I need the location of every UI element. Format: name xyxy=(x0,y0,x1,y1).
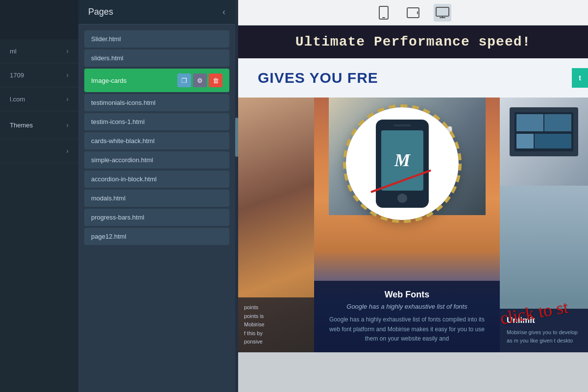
cards-row: points points is Mobirise f this by pons… xyxy=(238,98,588,352)
page-item-slider[interactable]: Slider.html xyxy=(84,30,229,48)
left-card: points points is Mobirise f this by pons… xyxy=(238,98,314,352)
toolbar xyxy=(238,0,588,25)
sidebar-item-3[interactable]: l.com › xyxy=(0,87,78,111)
center-card-overlay: Web Fonts Google has a highly exhaustive… xyxy=(314,281,500,352)
sidebar-item-2-label: 1709 xyxy=(10,72,24,79)
page-item-sliders-label: sliders.html xyxy=(91,54,123,62)
banner-text: Ultimate Performance speed! xyxy=(295,34,531,49)
chevron-right-icon-1: › xyxy=(66,47,69,55)
page-item-cards-white-black[interactable]: cards-white-black.html xyxy=(84,132,229,149)
center-card-body: Google has a highly exhaustive list of f… xyxy=(324,315,490,343)
hero-title: GIVES YOU FRE xyxy=(258,70,378,86)
left-sidebar: ml › 1709 › l.com › Themes › › xyxy=(0,0,78,392)
page-item-testimonials-icons-label: testimonials-icons.html xyxy=(91,99,156,106)
page-item-slider-label: Slider.html xyxy=(91,35,121,43)
right-card-body: Mobirise gives you to develop as m you l… xyxy=(507,328,581,345)
page-item-progress-bars-label: progress-bars.html xyxy=(91,214,144,221)
center-card-title: Web Fonts xyxy=(324,290,490,300)
desktop-view-button[interactable] xyxy=(434,4,451,22)
phone-mockup: M xyxy=(376,120,429,208)
pages-list: Slider.html sliders.html Image-cards ❐ ⚙… xyxy=(78,24,235,392)
svg-rect-3 xyxy=(417,11,418,14)
page-item-image-cards[interactable]: Image-cards ❐ ⚙ 🗑 xyxy=(84,69,229,92)
settings-page-button[interactable]: ⚙ xyxy=(193,74,207,87)
sidebar-item-2[interactable]: 1709 › xyxy=(0,63,78,87)
mobile-view-button[interactable] xyxy=(375,4,392,22)
sidebar-item-3-label: l.com xyxy=(10,96,25,103)
themes-label: Themes xyxy=(10,122,33,129)
tablet-view-button[interactable] xyxy=(404,4,422,22)
chevron-right-icon-2: › xyxy=(66,71,69,79)
page-item-simple-accordion-label: simple-accordion.html xyxy=(91,156,153,164)
phone-speaker xyxy=(393,124,411,126)
pages-panel: Pages ‹ Slider.html sliders.html Image-c… xyxy=(78,0,235,392)
chevron-right-icon-3: › xyxy=(66,95,69,103)
phone-home-button xyxy=(397,194,407,203)
left-card-subtext: points points is Mobirise f this by pons… xyxy=(244,303,308,346)
page-item-modals-label: modals.html xyxy=(91,195,125,202)
phone-screen-label: M xyxy=(394,150,410,171)
page-item-progress-bars[interactable]: progress-bars.html xyxy=(84,209,229,226)
copy-page-button[interactable]: ❐ xyxy=(177,74,191,87)
page-item-testimonials-icons[interactable]: testimonials-icons.html xyxy=(84,94,229,111)
teal-button[interactable]: t xyxy=(572,68,588,88)
sidebar-item-1[interactable]: ml › xyxy=(0,39,78,63)
svg-rect-4 xyxy=(436,7,449,16)
pages-title: Pages xyxy=(88,7,113,17)
delete-page-button[interactable]: 🗑 xyxy=(209,74,222,87)
page-item-modals[interactable]: modals.html xyxy=(84,190,229,207)
sidebar-item-1-label: ml xyxy=(10,48,17,55)
phone-overlay: M xyxy=(346,107,459,220)
page-item-actions: ❐ ⚙ 🗑 xyxy=(177,74,222,87)
page-item-testim-icons-1-label: testim-icons-1.html xyxy=(91,118,145,125)
preview-content: Ultimate Performance speed! GIVES YOU FR… xyxy=(238,25,588,392)
website-hero: GIVES YOU FRE t xyxy=(238,58,588,98)
page-item-sliders[interactable]: sliders.html xyxy=(84,49,229,67)
page-item-simple-accordion[interactable]: simple-accordion.html xyxy=(84,151,229,169)
chevron-right-icon-5: › xyxy=(66,147,69,155)
page-item-image-cards-label: Image-cards xyxy=(91,77,126,84)
pages-close-button[interactable]: ‹ xyxy=(222,7,225,17)
page-item-testim-icons-1[interactable]: testim-icons-1.html xyxy=(84,113,229,130)
chevron-right-icon-4: › xyxy=(66,121,69,129)
page-item-page12-label: page12.html xyxy=(91,233,126,240)
page-item-cards-white-black-label: cards-white-black.html xyxy=(91,137,154,145)
page-item-accordion-in-block[interactable]: accordion-in-block.html xyxy=(84,171,229,188)
sidebar-item-5[interactable]: › xyxy=(0,139,78,163)
preview-website: Ultimate Performance speed! GIVES YOU FR… xyxy=(238,25,588,392)
center-card-subtitle: Google has a highly exhaustive list of f… xyxy=(324,303,490,310)
page-item-accordion-in-block-label: accordion-in-block.html xyxy=(91,175,157,183)
pages-header: Pages ‹ xyxy=(78,0,235,24)
website-banner: Ultimate Performance speed! xyxy=(238,25,588,58)
svg-rect-1 xyxy=(382,17,385,18)
sidebar-item-themes[interactable]: Themes › xyxy=(0,111,78,139)
page-item-page12[interactable]: page12.html xyxy=(84,228,229,245)
main-preview: Ultimate Performance speed! GIVES YOU FR… xyxy=(238,0,588,392)
